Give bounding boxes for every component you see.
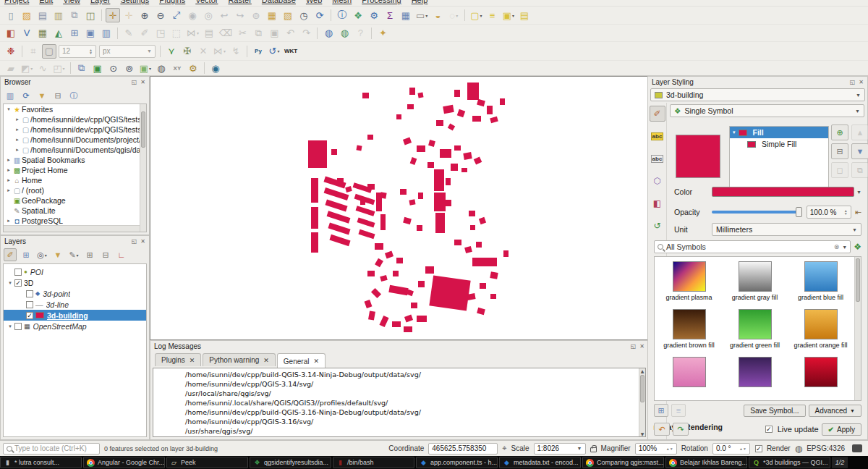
chevron-down-icon[interactable]: ▼ (856, 190, 861, 195)
close-panel-icon[interactable]: ✕ (140, 79, 145, 85)
python-console[interactable]: Py (251, 44, 265, 59)
zoom-out[interactable]: ⊖ (153, 8, 168, 22)
symbol-gallery-item-8[interactable] (788, 357, 854, 389)
metasearch[interactable]: ✦ (375, 26, 390, 41)
zoom-in[interactable]: ⊕ (137, 8, 152, 22)
taskbar-item-folder[interactable]: ▱Peek (166, 457, 248, 468)
layer-item-3d[interactable]: ▾✓3D (4, 277, 146, 288)
log-vscrollbar[interactable]: ▲ ▼ (639, 368, 645, 436)
expander-icon[interactable]: ▸ (14, 147, 21, 153)
add-raster-layer[interactable]: ▦ (35, 26, 50, 41)
save-project-as[interactable]: ▥ (51, 8, 66, 22)
manage-map-themes[interactable]: ◎▾ (35, 248, 48, 261)
close-panel-icon[interactable]: ✕ (859, 79, 864, 85)
new-shapefile-layer[interactable]: ◍ (337, 26, 352, 41)
scroll-down-icon[interactable]: ▼ (639, 431, 645, 436)
new-print-layout[interactable]: ⧉ (67, 8, 82, 22)
add-virtual-layer[interactable]: ▥ (99, 26, 114, 41)
float-panel-icon[interactable]: ◱ (850, 79, 856, 85)
menu-raster[interactable]: Raster (228, 0, 251, 4)
layer-visibility-checkbox[interactable]: ✓ (26, 312, 33, 319)
menu-database[interactable]: Database (262, 0, 296, 4)
scroll-up-icon[interactable]: ▲ (639, 368, 645, 373)
snapping-toggle[interactable]: ▢ (42, 44, 56, 59)
list-view-button[interactable]: ≡ (671, 404, 686, 417)
new-project[interactable]: ▯ (4, 8, 18, 22)
symbol-gallery-item-1[interactable]: gradient gray fill (722, 261, 788, 302)
taskbar-item-chrome[interactable]: Comparing qgis:mast... (582, 457, 664, 468)
styling-layer-combo[interactable]: 3d-building ▼ (650, 88, 865, 101)
float-panel-icon[interactable]: ◱ (132, 238, 137, 245)
expander-icon[interactable]: ▸ (5, 177, 12, 183)
taskbar-item-editor[interactable]: ▮* lutra consult... (0, 457, 82, 468)
float-panel-icon[interactable]: ◱ (132, 79, 137, 85)
expander-icon[interactable]: ▸ (14, 127, 21, 132)
menu-settings[interactable]: Settings (120, 0, 149, 4)
data-source-manager[interactable]: ◧ (4, 26, 18, 41)
labels-tab[interactable]: abc (650, 128, 665, 144)
taskbar-item-terminal[interactable]: ▮/bin/bash (333, 457, 414, 468)
new-geopackage-layer[interactable]: ◍ (321, 26, 336, 41)
expander-icon[interactable]: ▾ (7, 280, 14, 286)
workspace-pager[interactable]: 1/2 (832, 457, 848, 468)
filter-by-expression[interactable]: ✎▾ (67, 248, 80, 261)
color-button[interactable] (712, 187, 854, 197)
identify-features[interactable]: ⓘ (335, 8, 349, 22)
add-spatialite-layer[interactable]: ▣ (83, 26, 98, 41)
messages-bubble-icon[interactable] (852, 444, 862, 452)
unit-combo[interactable]: Millimeters ▼ (712, 223, 861, 236)
apply-button[interactable]: ✔Apply (822, 423, 861, 436)
symbol-gallery-item-3[interactable]: gradient brown fill (656, 309, 722, 350)
layer-visibility-checkbox[interactable] (26, 301, 33, 308)
menu-help[interactable]: Help (412, 0, 428, 4)
taskbar-item-qgis[interactable]: Q*3d buildings — QGI... (749, 457, 830, 468)
digitize-with-curve[interactable]: ✠ (180, 44, 195, 59)
masks-tab[interactable]: ◧ (650, 195, 665, 211)
close-tab-icon[interactable]: ✕ (263, 357, 269, 364)
history-tab[interactable]: ↺ (650, 218, 665, 234)
data-defined-override-icon[interactable]: ⇤ (855, 208, 861, 217)
symbol-gallery-item-0[interactable]: gradient plasma (656, 261, 722, 302)
menu-edit[interactable]: Edit (39, 0, 53, 4)
menu-layer[interactable]: Layer (90, 0, 111, 4)
processing-history[interactable]: ↺▾ (267, 44, 281, 59)
symbol-gallery-item-4[interactable]: gradient green fill (722, 309, 788, 350)
redo-style-button[interactable]: ↷ (673, 423, 689, 436)
statistical-summary[interactable]: Σ (383, 8, 397, 22)
zoom-to-selected-feature[interactable]: ⊚ (122, 61, 137, 75)
move-down-button[interactable]: ▼ (851, 143, 868, 159)
add-mesh-layer[interactable]: ◭ (51, 26, 66, 41)
log-tab-plugins[interactable]: Plugins✕ (155, 353, 201, 366)
expand-all[interactable]: ⊞ (83, 248, 96, 261)
log-tab-python-warning[interactable]: Python warning✕ (203, 353, 275, 366)
browser-hscrollbar[interactable] (4, 225, 140, 232)
scale-combo[interactable]: 1:8026▼ (534, 443, 586, 455)
menu-plugins[interactable]: Plugins (159, 0, 185, 4)
browser-item-geopackage[interactable]: ▣GeoPackage (4, 195, 146, 206)
menu-vector[interactable]: Vector (195, 0, 218, 4)
menu-mesh[interactable]: Mesh (332, 0, 352, 4)
browser-item-spatial-bookmarks[interactable]: ▸▥Spatial Bookmarks (4, 155, 146, 165)
close-tab-icon[interactable]: ✕ (313, 358, 319, 365)
expander-icon[interactable]: ▸ (14, 137, 21, 143)
clear-search-icon[interactable]: ⊗ (834, 243, 840, 250)
refresh[interactable]: ⟳ (20, 89, 33, 102)
browser-item-home[interactable]: ▸⌂Home (4, 175, 146, 185)
layer-item-3d-building[interactable]: ✓3d-building (4, 310, 146, 321)
layer-visibility-checkbox[interactable] (14, 269, 22, 276)
coordinate-input[interactable]: 465625.5758350 (428, 443, 498, 455)
enable-tracing[interactable]: ⋎ (164, 44, 179, 59)
menu-processing[interactable]: Processing (362, 0, 401, 4)
filter-legend[interactable]: ▼ (51, 248, 64, 261)
taskbar-item-vscode[interactable]: ◆app.component.ts - h... (416, 457, 498, 468)
select-within-polygon[interactable]: ▣▾ (138, 61, 153, 75)
toggle-extents-icon[interactable]: ⌖ (502, 444, 506, 453)
xy-tools[interactable]: XY (170, 61, 184, 75)
symbol-gallery-item-7[interactable] (722, 357, 788, 389)
run-feature-action[interactable]: ❖ (351, 8, 365, 22)
expander-icon[interactable]: ▾ (7, 324, 14, 329)
symbol-tree-row-fill[interactable]: ▾ Fill (730, 127, 828, 138)
symbol-gallery-item-2[interactable]: gradient blue fill (788, 261, 854, 302)
filter-browser[interactable]: ▼ (35, 89, 48, 102)
open-attribute-table[interactable]: ▦ (399, 8, 413, 22)
